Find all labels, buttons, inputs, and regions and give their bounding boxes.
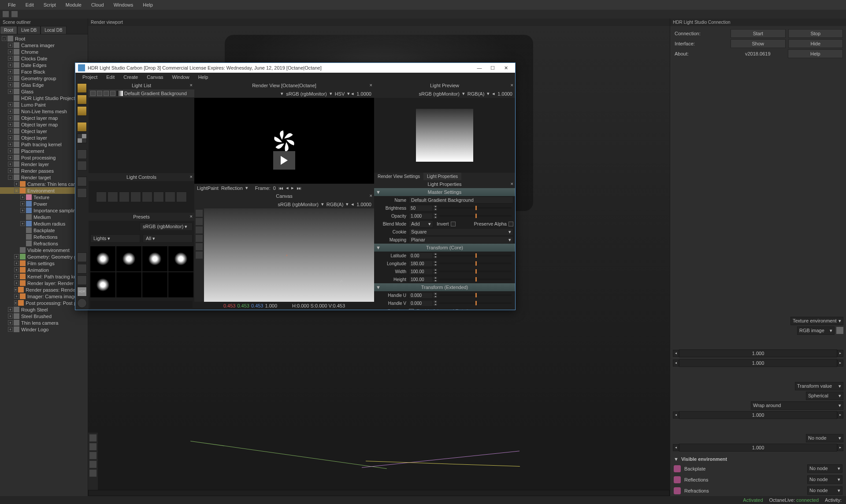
frame-nav-icon[interactable]: ⏭ <box>297 185 301 191</box>
hsv-label[interactable]: HSV <box>335 91 345 96</box>
stop-button[interactable]: Stop <box>788 29 843 38</box>
preset-thumb[interactable] <box>90 272 115 297</box>
light-list[interactable]: Default Gradient Background <box>89 89 194 173</box>
latitude-input[interactable] <box>409 252 433 259</box>
close-icon[interactable]: × <box>511 181 513 186</box>
slider-value[interactable]: 1.000 <box>679 359 837 367</box>
lc-button[interactable] <box>142 192 152 202</box>
horizontal-scrollbar[interactable] <box>88 490 670 496</box>
frame-value[interactable]: 0 <box>273 185 276 191</box>
tool-icon[interactable] <box>77 122 87 132</box>
colorspace-dropdown[interactable]: sRGB (rgbMonitor) ▾ <box>140 222 193 231</box>
spinner[interactable]: ▴▾ <box>433 205 438 211</box>
frame-nav-icon[interactable]: ▸ <box>291 185 294 191</box>
canvas-tool-icon[interactable] <box>196 210 203 217</box>
preset-category-dropdown[interactable]: Lights ▾ <box>90 234 140 243</box>
ng-tool-icon[interactable] <box>89 470 96 477</box>
tool-icon[interactable] <box>77 188 87 198</box>
tab-livedb[interactable]: Live DB <box>17 26 41 34</box>
slider-right-icon[interactable]: ▸ <box>837 411 843 419</box>
lc-button[interactable] <box>130 192 141 202</box>
menu-module[interactable]: Module <box>61 0 86 9</box>
render-view[interactable] <box>194 98 374 184</box>
rgba-dropdown[interactable]: RGB(A) <box>468 91 485 96</box>
reflection-dropdown[interactable]: Reflection <box>221 185 243 191</box>
show-button[interactable]: Show <box>731 39 786 48</box>
slider-right-icon[interactable]: ▸ <box>837 444 843 451</box>
checker-icon[interactable]: ◂ <box>351 201 354 207</box>
slider-value[interactable]: 1.000 <box>679 349 837 357</box>
canvas-tool-icon[interactable] <box>196 243 203 250</box>
spinner[interactable]: ▴▾ <box>433 292 438 298</box>
lc-button[interactable] <box>96 192 107 202</box>
light-list-item[interactable]: Default Gradient Background <box>89 89 194 97</box>
preserve-checkbox[interactable] <box>508 222 513 226</box>
slider-left-icon[interactable]: ◂ <box>673 350 679 357</box>
longitude-slider[interactable] <box>439 263 512 264</box>
spinner[interactable]: ▴▾ <box>433 260 438 267</box>
start-button[interactable]: Start <box>731 29 786 38</box>
close-icon[interactable]: × <box>190 174 193 179</box>
rgba-dropdown[interactable]: RGB(A) <box>327 202 344 207</box>
reflections-dropdown[interactable]: No node▾ <box>807 475 842 484</box>
spinner[interactable]: ▴▾ <box>433 213 438 219</box>
gear-icon[interactable] <box>77 252 87 262</box>
name-field[interactable]: Default Gradient Background <box>409 196 513 204</box>
opacity-input[interactable] <box>409 213 433 219</box>
handlev-input[interactable] <box>409 300 433 307</box>
preset-thumb[interactable] <box>142 246 167 271</box>
transform-core-header[interactable]: ▼Transform (Core) <box>374 244 515 252</box>
maximize-icon[interactable]: ☐ <box>486 63 499 72</box>
spinner[interactable]: ▴▾ <box>433 276 438 282</box>
imgtype-dropdown[interactable]: RGB image▾ <box>797 326 835 335</box>
menu-edit[interactable]: Edit <box>21 0 38 9</box>
canvas-tool-icon[interactable] <box>196 235 203 242</box>
height-input[interactable] <box>409 276 433 283</box>
close-icon[interactable]: × <box>511 82 513 88</box>
tool-icon[interactable] <box>77 133 87 143</box>
close-icon[interactable]: × <box>190 214 193 219</box>
preset-thumb[interactable] <box>168 272 193 297</box>
nonode-dropdown[interactable]: No node▾ <box>806 434 843 442</box>
handleu-input[interactable] <box>409 292 433 299</box>
checkbox[interactable] <box>110 91 115 96</box>
preset-slider[interactable] <box>90 301 193 308</box>
preset-thumb[interactable] <box>116 272 141 297</box>
preset-thumb[interactable] <box>168 246 193 271</box>
hls-menu-window[interactable]: Window <box>168 73 194 81</box>
frame-nav-icon[interactable]: ◂ <box>286 185 289 191</box>
color-swatch[interactable] <box>836 327 843 334</box>
frame-nav-icon[interactable]: ⏮ <box>278 185 283 191</box>
colorspace-dropdown[interactable]: sRGB (rgbMonitor) <box>278 202 319 207</box>
env-type-dropdown[interactable]: Texture environment▾ <box>790 317 843 325</box>
tab-localdb[interactable]: Local DB <box>41 26 67 34</box>
help-button[interactable]: Help <box>788 49 843 58</box>
blend-dropdown[interactable]: Add▾ <box>409 220 433 228</box>
lc-button[interactable] <box>153 192 164 202</box>
slider-left-icon[interactable]: ◂ <box>673 359 679 367</box>
tree-item[interactable]: +Steel Brushed <box>0 313 88 319</box>
hdr-badge-icon[interactable]: HDR <box>77 287 87 296</box>
hide-button[interactable]: Hide <box>788 39 843 48</box>
close-icon[interactable]: × <box>370 82 372 88</box>
tab-renderview-settings[interactable]: Render View Settings <box>374 173 423 180</box>
spinner[interactable]: ▴▾ <box>433 300 438 306</box>
opacity-slider[interactable] <box>439 215 512 217</box>
lc-button[interactable] <box>108 192 118 202</box>
brightness-slider[interactable] <box>439 207 512 209</box>
tool-icon[interactable] <box>77 95 87 104</box>
lc-button[interactable] <box>165 192 175 202</box>
help-icon[interactable] <box>77 298 87 308</box>
ng-tool-icon[interactable] <box>89 443 96 450</box>
checkbox[interactable] <box>97 91 102 96</box>
tool-icon[interactable] <box>77 161 87 170</box>
close-tool-icon[interactable] <box>77 264 87 274</box>
hls-titlebar[interactable]: HDR Light Studio Carbon [Drop 3] Commerc… <box>75 63 515 73</box>
exposure-value[interactable]: 1.0000 <box>356 202 371 207</box>
menu-cloud[interactable]: Cloud <box>87 0 108 9</box>
tool-icon[interactable] <box>77 83 87 93</box>
lc-button[interactable] <box>176 192 187 202</box>
node-graph[interactable] <box>88 433 670 490</box>
tree-item[interactable]: +Camera imager <box>0 42 88 48</box>
hls-menu-edit[interactable]: Edit <box>102 73 119 81</box>
